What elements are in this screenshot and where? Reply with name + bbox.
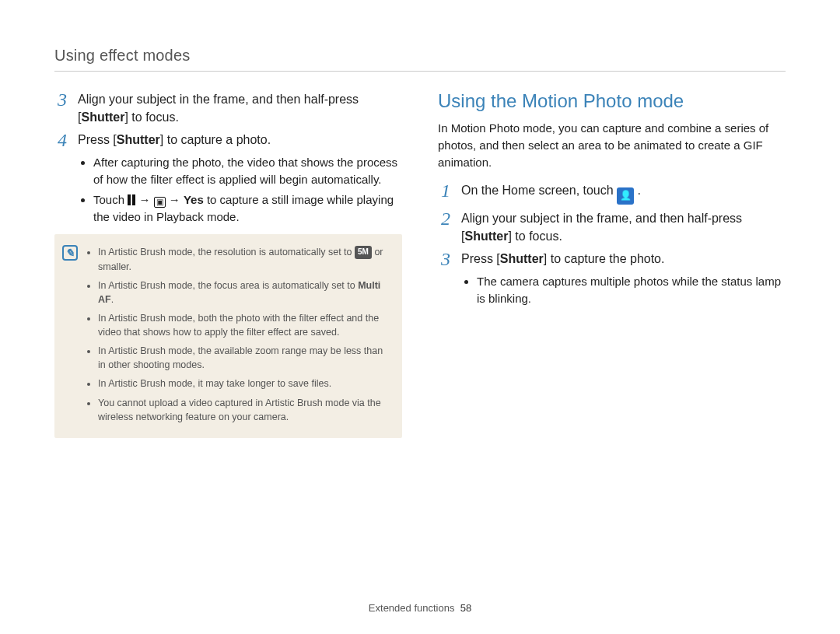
resolution-5m-icon: 5M	[355, 246, 372, 259]
step-4-sub: After capturing the photo, the video tha…	[78, 154, 402, 225]
text: →	[138, 193, 153, 206]
list-item: The camera captures multiple photos whil…	[477, 273, 786, 307]
step-4: 4 Press [Shutter] to capture a photo.	[54, 131, 402, 149]
divider	[54, 71, 786, 72]
text: In Artistic Brush mode, the focus area i…	[98, 280, 358, 291]
step-1: 1 On the Home screen, touch .	[438, 181, 786, 205]
pause-icon	[128, 194, 135, 205]
step-text: Align your subject in the frame, and the…	[78, 90, 402, 126]
note-box: ✎ In Artistic Brush mode, the resolution…	[54, 234, 402, 437]
step-text: On the Home screen, touch .	[461, 181, 641, 205]
list-item: In Artistic Brush mode, the resolution i…	[98, 245, 390, 273]
note-icon-wrap: ✎	[62, 245, 78, 428]
step-2: 2 Align your subject in the frame, and t…	[438, 209, 786, 245]
list-item: In Artistic Brush mode, it may take long…	[98, 377, 390, 391]
section-title: Using effect modes	[54, 47, 786, 65]
shutter-label: Shutter	[500, 252, 544, 265]
two-column-layout: 3 Align your subject in the frame, and t…	[54, 90, 786, 438]
step-text: Press [Shutter] to capture a photo.	[78, 131, 271, 149]
page-number: 58	[460, 602, 471, 614]
bullet-list: After capturing the photo, the video tha…	[78, 154, 402, 225]
step-3: 3 Press [Shutter] to capture the photo.	[438, 250, 786, 268]
text: ] to focus.	[124, 110, 178, 124]
mode-heading: Using the Motion Photo mode	[438, 90, 786, 112]
bullet-list: The camera captures multiple photos whil…	[461, 273, 786, 307]
text: Press [	[461, 252, 500, 265]
motion-photo-icon	[617, 187, 634, 205]
text: In Artistic Brush mode, the resolution i…	[98, 247, 355, 257]
page: Using effect modes 3 Align your subject …	[0, 0, 840, 634]
capture-icon: ▣	[154, 197, 166, 208]
text: .	[111, 294, 114, 305]
page-footer: Extended functions 58	[0, 602, 840, 614]
text: On the Home screen, touch	[461, 184, 617, 197]
text: ] to focus.	[508, 229, 562, 243]
left-column: 3 Align your subject in the frame, and t…	[54, 90, 402, 438]
step-number: 3	[438, 250, 453, 268]
yes-label: Yes	[184, 193, 204, 206]
list-item: In Artistic Brush mode, the available zo…	[98, 344, 390, 372]
text: Press [	[78, 133, 117, 146]
text: ] to capture the photo.	[544, 252, 665, 265]
step-number: 4	[54, 131, 70, 149]
shutter-label: Shutter	[117, 133, 160, 146]
step-text: Align your subject in the frame, and the…	[461, 209, 786, 245]
list-item: Touch → ▣ → Yes to capture a still image…	[93, 191, 402, 226]
text: .	[638, 184, 641, 197]
list-item: After capturing the photo, the video tha…	[93, 154, 402, 188]
list-item: In Artistic Brush mode, the focus area i…	[98, 278, 390, 306]
list-item: You cannot upload a video captured in Ar…	[98, 396, 390, 424]
note-icon: ✎	[62, 245, 78, 261]
step-number: 2	[438, 209, 453, 245]
text: Touch	[93, 193, 128, 206]
intro-text: In Motion Photo mode, you can capture an…	[438, 120, 786, 170]
text: →	[169, 193, 184, 206]
list-item: In Artistic Brush mode, both the photo w…	[98, 311, 390, 339]
text: ] to capture a photo.	[160, 133, 271, 146]
shutter-label: Shutter	[464, 229, 508, 243]
step-number: 3	[54, 90, 70, 126]
step-number: 1	[438, 181, 453, 205]
note-list: In Artistic Brush mode, the resolution i…	[84, 245, 390, 428]
step-text: Press [Shutter] to capture the photo.	[461, 250, 664, 268]
step-3-sub: The camera captures multiple photos whil…	[461, 273, 786, 307]
step-3: 3 Align your subject in the frame, and t…	[54, 90, 402, 126]
shutter-label: Shutter	[81, 110, 124, 124]
footer-label: Extended functions	[369, 602, 455, 614]
right-column: Using the Motion Photo mode In Motion Ph…	[438, 90, 786, 438]
